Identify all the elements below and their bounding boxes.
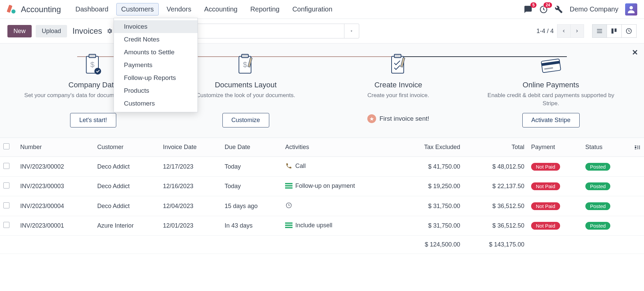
nav-reporting[interactable]: Reporting xyxy=(245,3,285,16)
customize-button[interactable]: Customize xyxy=(222,113,269,127)
app-name[interactable]: Accounting xyxy=(21,5,61,14)
cell-due-date: In 43 days xyxy=(221,216,282,236)
svg-point-11 xyxy=(94,68,101,75)
payment-badge: Not Paid xyxy=(531,222,560,230)
step-done-indicator: ★ First invoice sent! xyxy=(367,114,429,123)
user-avatar[interactable] xyxy=(625,3,637,16)
cell-activity[interactable]: Call xyxy=(282,157,398,177)
nav-vendors[interactable]: Vendors xyxy=(161,3,196,16)
step-online-payments: Online Payments Enable credit & debit ca… xyxy=(474,54,627,127)
select-all-checkbox[interactable] xyxy=(3,143,9,149)
cell-invoice-date: 12/04/2023 xyxy=(160,196,221,216)
cell-due-date: Today xyxy=(221,177,282,196)
cell-tax-excluded: $ 31,750.00 xyxy=(398,196,463,216)
activities-badge: 24 xyxy=(544,2,552,8)
svg-rect-17 xyxy=(394,54,401,58)
dropdown-invoices[interactable]: Invoices xyxy=(114,20,197,33)
row-checkbox[interactable] xyxy=(3,163,9,169)
col-total[interactable]: Total xyxy=(463,138,528,157)
row-checkbox[interactable] xyxy=(3,222,9,228)
view-list[interactable] xyxy=(592,24,607,38)
cell-total: $ 22,137.50 xyxy=(463,177,528,196)
cell-activity[interactable] xyxy=(282,196,398,216)
new-button[interactable]: New xyxy=(7,25,32,37)
activity-label: Follow-up on payment xyxy=(295,182,355,190)
columns-settings-icon[interactable] xyxy=(634,144,641,151)
cell-customer: Azure Interior xyxy=(94,216,160,236)
cell-payment: Not Paid xyxy=(528,216,582,236)
table-row[interactable]: INV/2023/00002Deco Addict12/17/2023Today… xyxy=(0,157,644,177)
nav-configuration[interactable]: Configuration xyxy=(287,3,337,16)
cell-status: Posted xyxy=(582,196,631,216)
row-checkbox[interactable] xyxy=(3,182,9,188)
payment-badge: Not Paid xyxy=(531,182,560,190)
col-due-date[interactable]: Due Date xyxy=(221,138,282,157)
col-payment[interactable]: Payment xyxy=(528,138,582,157)
cell-number: INV/2023/00002 xyxy=(17,157,94,177)
dropdown-credit-notes[interactable]: Credit Notes xyxy=(114,33,197,46)
company-selector[interactable]: Demo Company xyxy=(570,5,618,13)
control-bar: New Upload Invoices 1-4 / 4 xyxy=(0,19,644,43)
upload-button[interactable]: Upload xyxy=(36,25,67,37)
messages-icon[interactable]: 5 xyxy=(524,5,532,14)
col-status[interactable]: Status xyxy=(582,138,631,157)
dropdown-followup-reports[interactable]: Follow-up Reports xyxy=(114,71,197,84)
search-dropdown-toggle[interactable] xyxy=(344,24,359,38)
pager: 1-4 / 4 xyxy=(536,24,637,38)
cell-customer: Deco Addict xyxy=(94,196,160,216)
nav-dashboard[interactable]: Dashboard xyxy=(70,3,114,16)
cell-payment: Not Paid xyxy=(528,196,582,216)
nav-customers[interactable]: Customers xyxy=(116,3,159,16)
breadcrumb-title: Invoices xyxy=(72,26,102,36)
dropdown-payments[interactable]: Payments xyxy=(114,59,197,71)
cell-status: Posted xyxy=(582,216,631,236)
svg-point-1 xyxy=(11,9,16,13)
messages-badge: 5 xyxy=(530,2,537,8)
onboarding-close[interactable]: ✕ xyxy=(632,48,638,57)
svg-rect-28 xyxy=(285,225,293,226)
activities-icon[interactable]: 24 xyxy=(539,5,548,14)
cell-activity[interactable]: Follow-up on payment xyxy=(282,177,398,196)
table-row[interactable]: INV/2023/00001Azure Interior12/01/2023In… xyxy=(0,216,644,236)
col-activities[interactable]: Activities xyxy=(282,138,398,157)
cell-total: $ 36,512.50 xyxy=(463,216,528,236)
step-create-invoice: Create Invoice Create your first invoice… xyxy=(322,54,475,123)
payment-badge: Not Paid xyxy=(531,163,560,171)
cell-activity[interactable]: Include upsell xyxy=(282,216,398,236)
status-badge: Posted xyxy=(585,182,611,190)
totals-row: $ 124,500.00 $ 143,175.00 xyxy=(0,236,644,254)
svg-rect-13 xyxy=(242,54,248,58)
row-checkbox[interactable] xyxy=(3,202,9,208)
cell-total: $ 48,012.50 xyxy=(463,157,528,177)
view-kanban[interactable] xyxy=(607,24,622,38)
view-activity[interactable] xyxy=(622,24,637,38)
col-tax-excluded[interactable]: Tax Excluded xyxy=(398,138,463,157)
svg-rect-6 xyxy=(615,29,617,32)
pager-prev[interactable] xyxy=(557,24,571,38)
cell-invoice-date: 12/17/2023 xyxy=(160,157,221,177)
col-number[interactable]: Number xyxy=(17,138,94,157)
total-total: $ 143,175.00 xyxy=(463,236,528,254)
dropdown-amounts-to-settle[interactable]: Amounts to Settle xyxy=(114,46,197,59)
cell-tax-excluded: $ 41,750.00 xyxy=(398,157,463,177)
tools-icon[interactable] xyxy=(555,5,563,13)
col-customer[interactable]: Customer xyxy=(94,138,160,157)
col-invoice-date[interactable]: Invoice Date xyxy=(160,138,221,157)
bars-icon xyxy=(285,182,293,190)
nav-accounting[interactable]: Accounting xyxy=(199,3,243,16)
cell-status: Posted xyxy=(582,157,631,177)
cell-number: INV/2023/00004 xyxy=(17,196,94,216)
cell-number: INV/2023/00003 xyxy=(17,177,94,196)
cell-due-date: 15 days ago xyxy=(221,196,282,216)
status-badge: Posted xyxy=(585,222,611,230)
table-row[interactable]: INV/2023/00004Deco Addict12/04/202315 da… xyxy=(0,196,644,216)
app-logo-icon[interactable] xyxy=(7,5,16,14)
dropdown-customers[interactable]: Customers xyxy=(114,97,197,110)
pager-next[interactable] xyxy=(571,24,584,38)
svg-rect-23 xyxy=(285,183,293,184)
dropdown-products[interactable]: Products xyxy=(114,84,197,97)
activate-stripe-button[interactable]: Activate Stripe xyxy=(522,113,580,127)
gear-icon[interactable] xyxy=(106,28,113,34)
lets-start-button[interactable]: Let's start! xyxy=(70,113,116,127)
table-row[interactable]: INV/2023/00003Deco Addict12/16/2023Today… xyxy=(0,177,644,196)
